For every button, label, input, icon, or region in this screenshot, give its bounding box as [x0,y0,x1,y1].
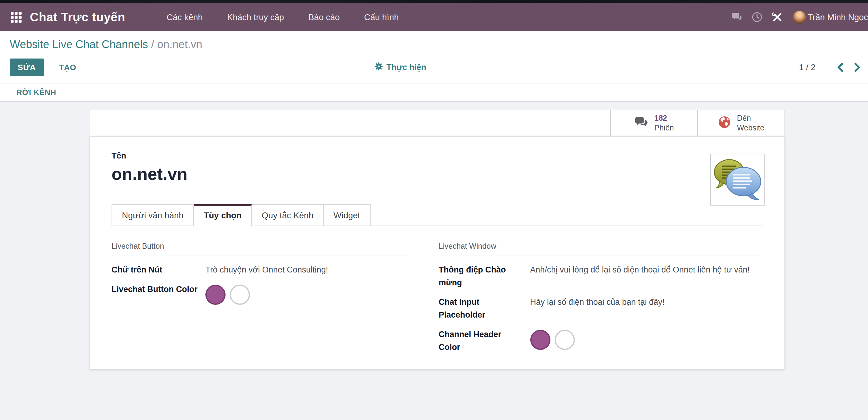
livechat-window-group: Livechat Window Thông điệp Chào mừng Anh… [439,242,763,361]
welcome-message-label: Thông điệp Chào mừng [439,264,530,290]
header-color-swatches [530,329,575,354]
pager-counter: 1 / 2 [799,62,816,72]
menu-item-reports[interactable]: Báo cáo [308,12,340,22]
main-menu: Các kênh Khách truy cập Báo cáo Cấu hình [167,12,399,22]
breadcrumb: Website Live Chat Channels / on.net.vn [10,38,868,51]
record-name: on.net.vn [112,164,763,184]
chevron-right-icon[interactable] [853,62,862,71]
menu-item-config[interactable]: Cấu hình [364,12,399,22]
channel-image[interactable] [710,154,765,206]
button-text-label: Chữ trên Nút [112,264,206,277]
chat-input-placeholder-label: Chat Input Placeholder [439,296,530,322]
control-panel-buttons-row: SỬA TẠO Thực hiện [10,58,868,76]
wrench-screwdriver-icon[interactable] [772,11,783,23]
notebook-tabs: Người vận hành Tùy chọn Quy tắc Kênh Wid… [112,204,763,226]
breadcrumb-current: on.net.vn [157,38,203,51]
comments-icon [634,116,648,130]
welcome-message-value[interactable]: Anh/chị vui lòng để lại số điện thoại để… [530,264,750,290]
globe-icon [718,116,731,131]
stat-website-text: Đến Website [737,113,764,133]
button-color-label: Livechat Button Color [112,283,206,305]
chat-input-placeholder-value[interactable]: Hãy lại số điện thoại của bạn tại đây! [530,296,664,322]
apps-grid-icon[interactable] [8,9,24,25]
header-text-color-swatch[interactable] [554,329,575,350]
header-color-row: Channel Header Color [439,328,763,354]
button-text-value[interactable]: Trò chuyện với Onnet Consulting! [206,264,328,277]
button-background-color-swatch[interactable] [206,285,225,305]
welcome-message-row: Thông điệp Chào mừng Anh/chị vui lòng để… [439,264,763,290]
tab-options-content: Livechat Button Chữ trên Nút Trò chuyện … [112,226,763,361]
header-background-color-swatch[interactable] [530,329,550,350]
control-panel: Website Live Chat Channels / on.net.vn S… [0,31,868,84]
chat-input-placeholder-row: Chat Input Placeholder Hãy lại số điện t… [439,296,763,322]
name-field-label: Tên [112,151,763,160]
clock-icon[interactable] [751,11,763,23]
create-button[interactable]: TẠO [56,62,80,72]
livechat-button-group: Livechat Button Chữ trên Nút Trò chuyện … [112,242,408,361]
tab-options[interactable]: Tùy chọn [194,204,252,226]
livechat-button-group-title: Livechat Button [112,242,408,256]
leave-channel-button[interactable]: RỜI KÊNH [17,88,56,97]
form-sheet: Tên on.net.vn [90,136,785,369]
user-name[interactable]: Trần Minh Ngọc [808,12,868,22]
button-color-row: Livechat Button Color [112,283,408,305]
breadcrumb-parent-link[interactable]: Website Live Chat Channels [10,38,148,51]
user-avatar[interactable] [793,11,806,24]
chevron-left-icon[interactable] [836,62,845,71]
top-navbar: Chat Trực tuyến Các kênh Khách truy cập … [0,3,868,31]
stat-sessions-value: 182 [654,113,674,123]
desktop-background-strip [0,0,868,3]
action-menu-button[interactable]: Thực hiện [374,62,426,72]
button-text-row: Chữ trên Nút Trò chuyện với Onnet Consul… [112,264,408,277]
livechat-window-group-title: Livechat Window [439,242,763,256]
edit-button[interactable]: SỬA [10,58,44,76]
stat-website-line2: Website [737,123,764,133]
menu-item-visitors[interactable]: Khách truy cập [227,12,284,22]
stat-button-box: 182 Phiên Đến Website [90,110,785,137]
pager: 1 / 2 [799,62,862,72]
tab-widget[interactable]: Widget [324,204,370,226]
tab-channel-rules[interactable]: Quy tắc Kênh [252,204,324,226]
menu-item-channels[interactable]: Các kênh [167,12,203,22]
action-menu-label: Thực hiện [386,62,426,71]
stat-button-sessions[interactable]: 182 Phiên [610,110,697,136]
chat-bubbles-icon[interactable] [732,11,742,23]
statusbar: RỜI KÊNH [0,84,868,102]
breadcrumb-separator: / [151,38,157,51]
app-title[interactable]: Chat Trực tuyến [30,10,125,24]
form-view-area: 182 Phiên Đến Website [0,102,868,420]
gear-icon [374,62,383,72]
stat-website-line1: Đến [737,113,764,123]
screen: Chat Trực tuyến Các kênh Khách truy cập … [0,0,868,420]
header-color-label: Channel Header Color [439,328,530,354]
button-text-color-swatch[interactable] [230,285,250,305]
stat-sessions-text: 182 Phiên [654,113,674,133]
stat-sessions-label: Phiên [654,123,674,133]
navbar-icons [732,11,783,23]
stat-button-website[interactable]: Đến Website [697,110,784,136]
tab-operators[interactable]: Người vận hành [112,204,194,226]
button-color-swatches [206,285,250,305]
